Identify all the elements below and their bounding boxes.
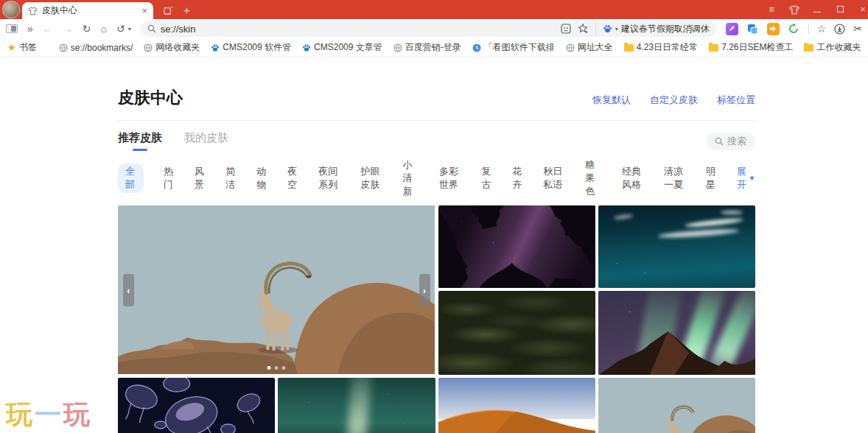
refresh-extension-icon[interactable] <box>788 23 800 35</box>
bookmark-item[interactable]: ★ 书签 <box>7 41 37 54</box>
recently-closed-icon[interactable]: ↺ <box>116 24 125 34</box>
category-item[interactable]: 风景 <box>195 165 206 191</box>
bookmark-item[interactable]: CMS2009 文章管 <box>302 41 382 54</box>
category-item[interactable]: 动物 <box>256 165 267 191</box>
bookmark-item[interactable]: se://bookmarks/ <box>59 43 133 53</box>
folder-icon <box>804 44 813 52</box>
hot-search-text[interactable]: 建议春节假期取消调休 <box>621 23 710 35</box>
custom-skin-link[interactable]: 自定义皮肤 <box>650 94 698 107</box>
category-item[interactable]: 复古 <box>481 165 492 191</box>
address-url[interactable]: se://skin <box>161 24 196 35</box>
bookmarks-bar: ★ 书签 se://bookmarks/ 网络收藏夹 CMS2009 软 <box>0 38 868 57</box>
screenshot-scissors-icon[interactable]: ✂ <box>853 24 862 34</box>
tab-position-link[interactable]: 标签位置 <box>717 94 755 107</box>
refresh-icon[interactable]: ↻ <box>83 24 91 34</box>
browser-toolbar: » ← → ↻ ⌂ ↺ ▾ se://skin <box>0 19 868 38</box>
carousel-dot[interactable] <box>282 366 286 370</box>
bookmark-folder[interactable]: 7.26日SEM检查工 <box>709 41 793 54</box>
chevrons-icon[interactable]: » <box>27 24 33 34</box>
browser-tab[interactable]: 皮肤中心 × <box>22 2 153 19</box>
favorites-star-icon[interactable]: ☆ <box>817 24 827 34</box>
category-item[interactable]: 糖果色 <box>585 158 602 198</box>
bookmark-item[interactable]: 「看图软件下载排 <box>472 41 555 54</box>
bookmark-folder[interactable]: 工作收藏夹 <box>804 41 861 54</box>
desert-art <box>438 378 595 433</box>
paw-icon <box>302 43 311 52</box>
minimize-button[interactable] <box>812 4 822 15</box>
downloads-extension-icon[interactable] <box>767 23 780 35</box>
skin-thumbnail-night-forest[interactable] <box>438 205 595 288</box>
category-item[interactable]: 多彩世界 <box>439 165 461 191</box>
category-item[interactable]: 经典风格 <box>622 165 644 191</box>
carousel-dot-active[interactable] <box>267 366 271 370</box>
menu-icon[interactable]: ≡ <box>766 4 777 15</box>
carousel-dot[interactable] <box>275 366 279 370</box>
bookmark-star-icon[interactable] <box>578 24 589 34</box>
tree-silhouette <box>438 205 595 288</box>
forward-icon[interactable]: → <box>63 24 73 34</box>
skin-grid: ‹ › <box>118 205 755 433</box>
skin-carousel[interactable]: ‹ › <box>118 205 435 375</box>
category-item[interactable]: 简洁 <box>225 165 237 191</box>
category-item[interactable]: 热门 <box>164 165 175 191</box>
mountain-silhouette <box>598 291 755 375</box>
bookmark-item[interactable]: 百度营销-登录 <box>393 41 461 54</box>
carousel-dots <box>267 366 286 370</box>
category-item[interactable]: 夜间系列 <box>318 165 340 191</box>
capture-extension-icon[interactable] <box>746 23 759 35</box>
address-bar[interactable]: se://skin <box>141 21 716 37</box>
skin-thumbnail-aurora[interactable] <box>598 291 755 375</box>
category-all[interactable]: 全部 <box>118 163 144 193</box>
skin-center-page: 皮肤中心 恢复默认 自定义皮肤 标签位置 推荐皮肤 我的皮肤 搜索 <box>118 57 755 433</box>
skin-center-icon[interactable] <box>789 5 799 15</box>
search-icon <box>147 24 156 33</box>
category-item[interactable]: 夜空 <box>287 165 298 191</box>
tshirt-icon <box>28 7 38 15</box>
skin-thumbnail-desert[interactable] <box>438 378 595 433</box>
mini-window-icon[interactable] <box>6 24 18 33</box>
download-icon[interactable] <box>834 24 845 35</box>
folder-icon <box>624 44 634 52</box>
category-item[interactable]: 明星 <box>706 165 717 191</box>
skin-thumbnail-ibex[interactable] <box>598 378 755 433</box>
carousel-prev-button[interactable]: ‹ <box>123 274 134 306</box>
ibex-goat-image <box>118 205 435 374</box>
bookmark-item[interactable]: 网络收藏夹 <box>144 41 200 54</box>
skin-thumbnail-underwater[interactable] <box>598 205 755 288</box>
close-button[interactable]: × <box>858 4 868 15</box>
category-filter: 全部 热门 风景 简洁 动物 夜空 夜间系列 护眼皮肤 小清新 多彩世界 复古 … <box>118 158 755 198</box>
tab-tools-icon[interactable] <box>164 6 173 15</box>
back-icon[interactable]: ← <box>43 24 53 34</box>
page-title: 皮肤中心 <box>118 87 183 109</box>
category-item[interactable]: 秋日私语 <box>543 165 565 191</box>
hot-search[interactable]: ▾ 建议春节假期取消调休 <box>595 23 710 35</box>
skin-thumbnail-milky-way[interactable] <box>278 378 435 433</box>
tab-recommended[interactable]: 推荐皮肤 <box>118 131 162 151</box>
new-tab-button[interactable]: + <box>183 4 190 15</box>
emoji-icon[interactable] <box>561 24 571 34</box>
notes-extension-icon[interactable] <box>726 23 738 35</box>
tab-close-icon[interactable]: × <box>141 6 147 15</box>
category-item[interactable]: 花卉 <box>512 165 523 191</box>
globe-icon <box>566 43 575 52</box>
maximize-button[interactable] <box>835 4 845 15</box>
star-icon: ★ <box>7 42 16 53</box>
jellyfish-art <box>118 378 275 433</box>
bookmark-item[interactable]: CMS2009 软件管 <box>211 41 291 54</box>
carousel-next-button[interactable]: › <box>419 274 430 306</box>
tab-my-skins[interactable]: 我的皮肤 <box>184 131 228 151</box>
user-avatar[interactable] <box>2 1 20 18</box>
bookmark-item[interactable]: 网址大全 <box>566 41 613 54</box>
home-icon[interactable]: ⌂ <box>101 24 107 34</box>
skin-search-button[interactable]: 搜索 <box>706 133 755 150</box>
restore-default-link[interactable]: 恢复默认 <box>592 94 631 107</box>
category-item[interactable]: 清凉一夏 <box>664 165 686 191</box>
skin-thumbnail-jellyfish[interactable] <box>118 378 275 433</box>
category-item[interactable]: 小清新 <box>402 158 419 198</box>
skin-thumbnail-pine-branches[interactable] <box>438 291 595 375</box>
recently-closed-caret-icon[interactable]: ▾ <box>128 26 131 32</box>
expand-button[interactable]: 展开 ▼ <box>737 165 755 191</box>
category-item[interactable]: 护眼皮肤 <box>360 165 382 191</box>
search-icon <box>715 137 724 146</box>
bookmark-folder[interactable]: 4.23日日常经常 <box>624 41 698 54</box>
